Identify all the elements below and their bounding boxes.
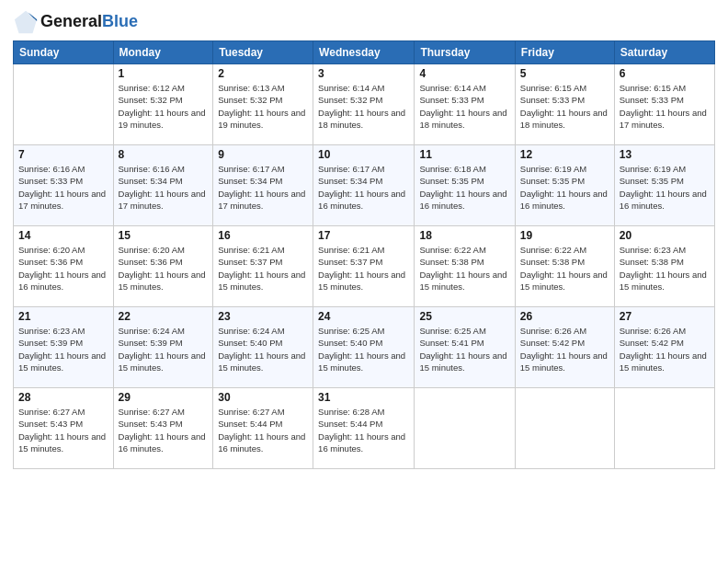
day-cell [415, 388, 515, 469]
day-cell: 3Sunrise: 6:14 AMSunset: 5:32 PMDaylight… [313, 64, 415, 145]
week-row-5: 28Sunrise: 6:27 AMSunset: 5:43 PMDayligh… [14, 388, 715, 469]
day-number: 6 [620, 67, 710, 80]
day-cell: 6Sunrise: 6:15 AMSunset: 5:33 PMDaylight… [614, 64, 714, 145]
day-cell: 14Sunrise: 6:20 AMSunset: 5:36 PMDayligh… [14, 226, 114, 307]
week-row-2: 7Sunrise: 6:16 AMSunset: 5:33 PMDaylight… [14, 145, 715, 226]
day-number: 4 [419, 67, 509, 80]
day-number: 29 [119, 391, 209, 404]
day-info: Sunrise: 6:16 AMSunset: 5:34 PMDaylight:… [119, 163, 209, 212]
day-number: 2 [218, 67, 308, 80]
week-row-4: 21Sunrise: 6:23 AMSunset: 5:39 PMDayligh… [14, 307, 715, 388]
svg-marker-0 [15, 11, 37, 33]
day-number: 8 [119, 148, 209, 161]
day-info: Sunrise: 6:28 AMSunset: 5:44 PMDaylight:… [318, 406, 409, 454]
day-cell: 11Sunrise: 6:18 AMSunset: 5:35 PMDayligh… [415, 145, 515, 226]
day-cell: 8Sunrise: 6:16 AMSunset: 5:34 PMDaylight… [113, 145, 213, 226]
day-cell: 30Sunrise: 6:27 AMSunset: 5:44 PMDayligh… [213, 388, 313, 469]
header: GeneralBlue [13, 9, 715, 35]
day-info: Sunrise: 6:15 AMSunset: 5:33 PMDaylight:… [620, 82, 710, 131]
day-cell: 7Sunrise: 6:16 AMSunset: 5:33 PMDaylight… [14, 145, 114, 226]
day-number: 14 [18, 229, 108, 242]
day-number: 23 [218, 310, 308, 323]
day-cell: 23Sunrise: 6:24 AMSunset: 5:40 PMDayligh… [213, 307, 313, 388]
day-cell: 31Sunrise: 6:28 AMSunset: 5:44 PMDayligh… [313, 388, 415, 469]
day-info: Sunrise: 6:23 AMSunset: 5:39 PMDaylight:… [18, 325, 108, 373]
day-info: Sunrise: 6:23 AMSunset: 5:38 PMDaylight:… [620, 244, 710, 293]
week-row-3: 14Sunrise: 6:20 AMSunset: 5:36 PMDayligh… [14, 226, 715, 307]
page: GeneralBlue SundayMondayTuesdayWednesday… [0, 0, 728, 563]
day-cell: 12Sunrise: 6:19 AMSunset: 5:35 PMDayligh… [515, 145, 614, 226]
day-cell: 16Sunrise: 6:21 AMSunset: 5:37 PMDayligh… [213, 226, 313, 307]
day-number: 21 [18, 310, 108, 323]
header-cell-thursday: Thursday [415, 41, 515, 64]
day-info: Sunrise: 6:14 AMSunset: 5:32 PMDaylight:… [318, 82, 409, 131]
day-number: 13 [620, 148, 710, 161]
day-info: Sunrise: 6:24 AMSunset: 5:40 PMDaylight:… [218, 325, 308, 373]
day-number: 5 [520, 67, 609, 80]
day-number: 28 [18, 391, 108, 404]
header-cell-friday: Friday [515, 41, 614, 64]
day-number: 19 [520, 229, 609, 242]
header-row: SundayMondayTuesdayWednesdayThursdayFrid… [14, 41, 715, 64]
day-number: 15 [119, 229, 209, 242]
header-cell-tuesday: Tuesday [213, 41, 313, 64]
day-number: 7 [18, 148, 108, 161]
day-number: 9 [218, 148, 308, 161]
day-number: 22 [119, 310, 209, 323]
day-cell: 17Sunrise: 6:21 AMSunset: 5:37 PMDayligh… [313, 226, 415, 307]
day-info: Sunrise: 6:27 AMSunset: 5:43 PMDaylight:… [119, 406, 209, 454]
day-info: Sunrise: 6:14 AMSunset: 5:33 PMDaylight:… [419, 82, 509, 131]
day-info: Sunrise: 6:12 AMSunset: 5:32 PMDaylight:… [119, 82, 209, 131]
day-info: Sunrise: 6:15 AMSunset: 5:33 PMDaylight:… [520, 82, 609, 131]
day-cell [614, 388, 714, 469]
day-cell: 15Sunrise: 6:20 AMSunset: 5:36 PMDayligh… [113, 226, 213, 307]
day-info: Sunrise: 6:17 AMSunset: 5:34 PMDaylight:… [218, 163, 308, 212]
day-number: 25 [419, 310, 509, 323]
day-cell: 19Sunrise: 6:22 AMSunset: 5:38 PMDayligh… [515, 226, 614, 307]
day-cell: 18Sunrise: 6:22 AMSunset: 5:38 PMDayligh… [415, 226, 515, 307]
day-number: 10 [318, 148, 409, 161]
day-info: Sunrise: 6:25 AMSunset: 5:40 PMDaylight:… [318, 325, 409, 373]
day-number: 26 [520, 310, 609, 323]
day-cell [515, 388, 614, 469]
calendar-table: SundayMondayTuesdayWednesdayThursdayFrid… [13, 40, 715, 469]
day-info: Sunrise: 6:21 AMSunset: 5:37 PMDaylight:… [318, 244, 409, 293]
logo-icon [13, 9, 39, 35]
day-info: Sunrise: 6:24 AMSunset: 5:39 PMDaylight:… [119, 325, 209, 373]
week-row-1: 1Sunrise: 6:12 AMSunset: 5:32 PMDaylight… [14, 64, 715, 145]
logo: GeneralBlue [13, 9, 138, 35]
header-cell-wednesday: Wednesday [313, 41, 415, 64]
day-info: Sunrise: 6:25 AMSunset: 5:41 PMDaylight:… [419, 325, 509, 373]
day-number: 24 [318, 310, 409, 323]
day-info: Sunrise: 6:16 AMSunset: 5:33 PMDaylight:… [18, 163, 108, 212]
day-number: 3 [318, 67, 409, 80]
day-number: 27 [620, 310, 710, 323]
day-cell: 24Sunrise: 6:25 AMSunset: 5:40 PMDayligh… [313, 307, 415, 388]
day-info: Sunrise: 6:19 AMSunset: 5:35 PMDaylight:… [520, 163, 609, 212]
day-info: Sunrise: 6:22 AMSunset: 5:38 PMDaylight:… [419, 244, 509, 293]
day-number: 11 [419, 148, 509, 161]
day-cell: 4Sunrise: 6:14 AMSunset: 5:33 PMDaylight… [415, 64, 515, 145]
day-number: 17 [318, 229, 409, 242]
day-cell: 25Sunrise: 6:25 AMSunset: 5:41 PMDayligh… [415, 307, 515, 388]
day-info: Sunrise: 6:26 AMSunset: 5:42 PMDaylight:… [520, 325, 609, 373]
day-cell: 27Sunrise: 6:26 AMSunset: 5:42 PMDayligh… [614, 307, 714, 388]
day-cell: 5Sunrise: 6:15 AMSunset: 5:33 PMDaylight… [515, 64, 614, 145]
day-number: 1 [119, 67, 209, 80]
day-number: 12 [520, 148, 609, 161]
day-cell: 2Sunrise: 6:13 AMSunset: 5:32 PMDaylight… [213, 64, 313, 145]
header-cell-sunday: Sunday [14, 41, 114, 64]
day-cell: 28Sunrise: 6:27 AMSunset: 5:43 PMDayligh… [14, 388, 114, 469]
day-cell: 29Sunrise: 6:27 AMSunset: 5:43 PMDayligh… [113, 388, 213, 469]
day-cell: 26Sunrise: 6:26 AMSunset: 5:42 PMDayligh… [515, 307, 614, 388]
day-cell: 13Sunrise: 6:19 AMSunset: 5:35 PMDayligh… [614, 145, 714, 226]
day-cell: 22Sunrise: 6:24 AMSunset: 5:39 PMDayligh… [113, 307, 213, 388]
header-cell-saturday: Saturday [614, 41, 714, 64]
day-info: Sunrise: 6:19 AMSunset: 5:35 PMDaylight:… [620, 163, 710, 212]
day-info: Sunrise: 6:27 AMSunset: 5:44 PMDaylight:… [218, 406, 308, 454]
day-number: 30 [218, 391, 308, 404]
day-info: Sunrise: 6:21 AMSunset: 5:37 PMDaylight:… [218, 244, 308, 293]
day-info: Sunrise: 6:20 AMSunset: 5:36 PMDaylight:… [18, 244, 108, 293]
day-number: 20 [620, 229, 710, 242]
day-cell: 21Sunrise: 6:23 AMSunset: 5:39 PMDayligh… [14, 307, 114, 388]
